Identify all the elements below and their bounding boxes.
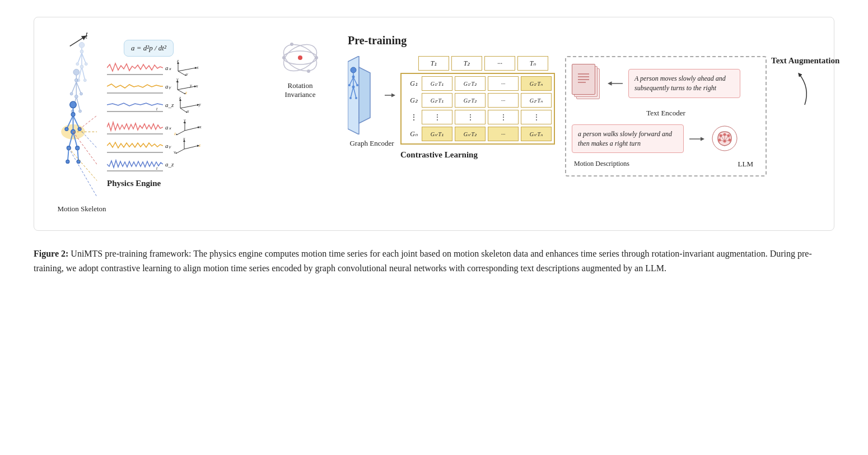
svg-text:x: x — [183, 138, 185, 141]
svg-line-59 — [178, 90, 185, 94]
physics-area: a = d²p / dt² aₓ — [107, 34, 275, 188]
text-encoder-icon — [572, 64, 603, 103]
rotation-area: Rotation Invariance — [275, 34, 325, 99]
svg-text:y: y — [176, 78, 179, 82]
svg-marker-97 — [359, 67, 370, 123]
svg-text:y: y — [189, 83, 192, 88]
rotation-invariance-label: Rotation Invariance — [275, 81, 325, 99]
svg-point-11 — [83, 79, 86, 82]
svg-point-9 — [80, 65, 83, 68]
svg-line-67 — [180, 105, 198, 108]
llm-brain-icon — [710, 123, 740, 154]
svg-text:t: t — [156, 166, 158, 171]
figure-caption: Figure 2: UniMTS pre-training framework:… — [34, 247, 834, 275]
svg-point-32 — [70, 101, 77, 108]
arrow-to-llm — [688, 133, 705, 145]
svg-line-51 — [178, 68, 196, 71]
svg-point-21 — [74, 95, 78, 98]
svg-point-7 — [76, 63, 79, 66]
svg-line-52 — [178, 71, 186, 76]
svg-line-2 — [82, 53, 86, 64]
svg-text:y: y — [185, 72, 188, 76]
svg-point-98 — [351, 67, 356, 73]
caption-bold: Figure 2: — [34, 249, 68, 258]
svg-point-17 — [73, 69, 80, 75]
svg-point-38 — [76, 146, 80, 150]
svg-line-43 — [80, 129, 97, 148]
svg-point-20 — [80, 92, 83, 95]
text-augmentation-label: Text Augmentation — [771, 56, 839, 66]
svg-point-91 — [298, 55, 302, 60]
skeleton-svg: t — [59, 34, 104, 202]
left-panel: t — [57, 34, 325, 213]
llm-label: LLM — [738, 160, 758, 169]
svg-point-33 — [71, 113, 75, 117]
svg-text:x: x — [195, 83, 198, 89]
t-label: t — [86, 30, 88, 39]
svg-text:x: x — [199, 124, 202, 129]
svg-point-108 — [349, 97, 352, 99]
svg-point-18 — [74, 78, 78, 82]
svg-text:y: y — [173, 150, 176, 154]
svg-point-39 — [66, 160, 69, 164]
svg-text:t: t — [156, 106, 158, 112]
svg-point-95 — [307, 69, 310, 73]
text-description-2: a person walks slowly forward and then m… — [572, 124, 684, 154]
svg-point-94 — [290, 43, 293, 46]
arrow-text-to-matrix — [607, 78, 624, 89]
svg-line-82 — [176, 149, 184, 154]
svg-line-16 — [76, 96, 80, 111]
graph-encoder-label: Graph Encoder — [349, 139, 394, 148]
svg-text:y: y — [183, 119, 186, 123]
svg-line-1 — [77, 53, 82, 64]
svg-text:z: z — [185, 90, 188, 94]
formula-box: a = d²p / dt² — [124, 40, 174, 57]
text-encoder-label: Text Encoder — [572, 109, 760, 118]
svg-point-92 — [282, 56, 286, 59]
svg-line-81 — [184, 146, 198, 149]
svg-point-19 — [70, 92, 73, 95]
svg-line-4 — [82, 67, 85, 80]
svg-line-75 — [176, 131, 185, 135]
pretraining-label: Pre-training — [348, 34, 838, 47]
rotation-icon — [281, 34, 320, 79]
svg-text:y: y — [198, 102, 201, 107]
svg-line-74 — [185, 127, 199, 131]
motion-descriptions-label: Motion Descriptions — [574, 160, 629, 169]
right-panel: Pre-training — [348, 34, 838, 177]
svg-point-107 — [352, 86, 355, 89]
svg-point-106 — [356, 84, 358, 86]
svg-point-34 — [65, 127, 68, 131]
svg-text:x: x — [186, 109, 189, 113]
svg-text:z: z — [176, 60, 179, 63]
physics-engine-label: Physics Engine — [107, 179, 275, 188]
svg-line-45 — [69, 148, 97, 180]
svg-point-23 — [79, 110, 82, 113]
svg-text:x: x — [196, 65, 199, 70]
caption-body: UniMTS pre-training framework: The physi… — [34, 249, 812, 273]
svg-line-46 — [69, 148, 97, 197]
curved-arrow — [771, 66, 816, 110]
svg-point-6 — [80, 50, 83, 53]
figure-container: t — [34, 17, 834, 231]
contrastive-learning-label: Contrastive Learning — [400, 150, 478, 160]
contrastive-main: Graph Encoder T₁ T₂ ··· Tₙ G₁ G₁·T₁ — [348, 56, 838, 177]
svg-text:z: z — [174, 131, 176, 135]
svg-text:z: z — [198, 143, 201, 148]
svg-point-109 — [355, 97, 357, 99]
graph-encoder-skeleton — [348, 56, 381, 134]
svg-point-104 — [352, 76, 355, 78]
skeleton-label: Motion Skeleton — [57, 205, 106, 213]
svg-point-93 — [315, 56, 318, 59]
svg-text:z: z — [179, 97, 181, 100]
svg-line-14 — [76, 82, 81, 94]
svg-line-68 — [180, 108, 187, 113]
arrow-to-matrix — [385, 90, 396, 101]
svg-point-5 — [79, 43, 85, 48]
text-description-1: A person moves slowly ahead and subseque… — [628, 69, 740, 98]
svg-line-58 — [178, 86, 195, 90]
svg-line-13 — [72, 82, 77, 94]
svg-point-8 — [85, 63, 87, 66]
svg-point-105 — [348, 84, 351, 86]
skeleton-area: t — [57, 34, 107, 213]
